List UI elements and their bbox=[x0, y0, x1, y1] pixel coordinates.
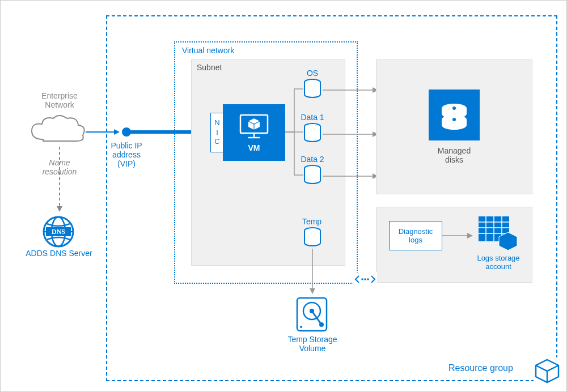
peering-icon bbox=[353, 272, 377, 286]
cloud-icon bbox=[26, 114, 88, 148]
virtual-network-label: Virtual network bbox=[182, 46, 234, 55]
managed-disks-label: Managed disks bbox=[438, 146, 471, 164]
diagnostic-logs-label: Diagnostic logs bbox=[399, 227, 433, 244]
dns-arrow bbox=[55, 147, 64, 215]
svg-point-44 bbox=[361, 278, 363, 280]
vm-to-disks-lines bbox=[285, 86, 306, 182]
svg-text:DNS: DNS bbox=[52, 228, 65, 236]
public-ip-label: Public IP address (VIP) bbox=[109, 141, 143, 168]
os-disk-label: OS bbox=[301, 69, 324, 78]
svg-point-30 bbox=[452, 106, 456, 110]
vm-label: VM bbox=[248, 143, 260, 152]
svg-marker-48 bbox=[310, 288, 315, 294]
data2-to-managed-arrow bbox=[323, 171, 379, 182]
vm-box: VM bbox=[223, 104, 285, 161]
os-to-managed-arrow bbox=[323, 84, 379, 96]
architecture-diagram: Resource group Enterprise Network Name r… bbox=[0, 0, 567, 392]
disks-stack-icon bbox=[438, 99, 470, 131]
cube-icon bbox=[534, 357, 561, 385]
cloud-to-ip-arrow bbox=[86, 126, 121, 138]
svg-point-46 bbox=[367, 278, 369, 280]
subnet-label: Subnet bbox=[197, 63, 222, 72]
resource-group-label: Resource group bbox=[448, 363, 513, 373]
nic-label: N I C bbox=[214, 118, 219, 147]
temp-to-volume-arrow bbox=[308, 249, 317, 295]
data1-to-managed-arrow bbox=[323, 129, 379, 140]
temp-storage-label: Temp Storage Volume bbox=[284, 335, 341, 353]
svg-point-52 bbox=[319, 322, 324, 327]
data2-disk-icon bbox=[303, 165, 321, 185]
diag-to-storage-arrow bbox=[442, 230, 474, 241]
data1-disk-icon bbox=[303, 123, 321, 143]
nic-box: N I C bbox=[210, 113, 224, 152]
svg-point-45 bbox=[364, 278, 366, 280]
enterprise-network-label: Enterprise Network bbox=[31, 91, 88, 109]
svg-marker-34 bbox=[467, 233, 473, 238]
svg-marker-11 bbox=[114, 129, 120, 135]
logs-storage-label: Logs storage account bbox=[467, 254, 530, 271]
diagnostic-logs-box: Diagnostic logs bbox=[389, 221, 442, 250]
logs-storage-box: Diagnostic logs Logs storage account bbox=[376, 207, 532, 283]
os-disk-icon bbox=[303, 79, 321, 99]
storage-table-icon bbox=[477, 215, 517, 252]
temp-disk-icon bbox=[303, 227, 321, 248]
svg-point-32 bbox=[452, 118, 456, 121]
svg-marker-4 bbox=[57, 206, 62, 212]
svg-point-53 bbox=[300, 326, 302, 328]
hard-disk-icon bbox=[295, 296, 328, 333]
dns-server-label: ADDS DNS Server bbox=[22, 249, 96, 258]
managed-disks-box: Managed disks bbox=[376, 59, 532, 194]
temp-disk-label: Temp bbox=[298, 217, 326, 226]
dns-globe-icon: DNS bbox=[41, 215, 75, 249]
monitor-icon bbox=[238, 113, 270, 141]
